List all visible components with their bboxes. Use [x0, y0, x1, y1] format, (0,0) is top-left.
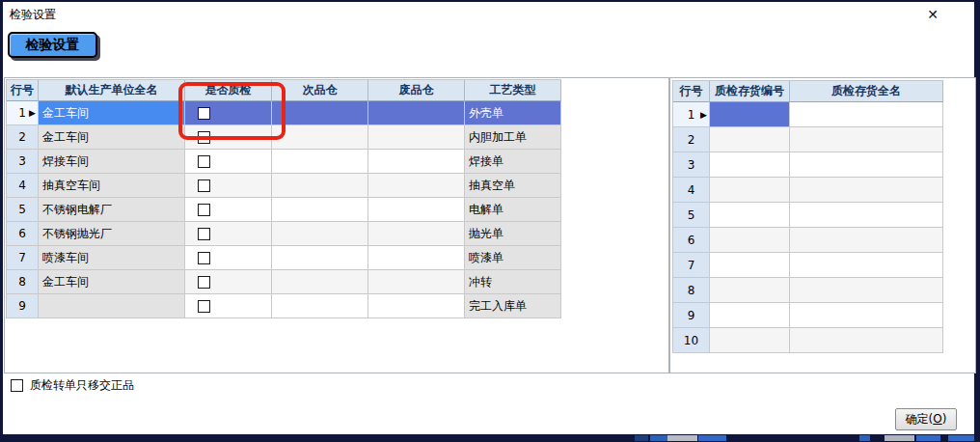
close-icon[interactable]: ✕ [921, 5, 944, 24]
row-number-cell[interactable]: 2 [673, 127, 710, 152]
scrap-warehouse-cell[interactable] [368, 174, 465, 198]
quality-check-checkbox[interactable] [198, 228, 210, 240]
defect-warehouse-cell[interactable] [272, 198, 368, 222]
production-unit-cell[interactable]: 不锈钢抛光厂 [39, 222, 185, 246]
production-unit-cell[interactable]: 抽真空车间 [39, 174, 185, 198]
row-number-cell[interactable]: 1▶ [673, 102, 710, 127]
quality-check-cell[interactable] [185, 198, 272, 222]
quality-check-cell[interactable] [185, 174, 272, 198]
defect-warehouse-cell[interactable] [272, 294, 368, 318]
qc-inventory-code-cell[interactable] [710, 102, 790, 127]
qc-inventory-code-cell[interactable] [710, 228, 790, 253]
row-number-cell[interactable]: 3 [7, 150, 39, 174]
row-number-cell[interactable]: 8 [673, 278, 710, 303]
inspection-settings-button[interactable]: 检验设置 [8, 32, 97, 58]
process-type-cell[interactable]: 内胆加工单 [465, 125, 561, 150]
production-unit-row: 9完工入库单 [7, 294, 561, 318]
scrap-warehouse-cell[interactable] [368, 246, 465, 270]
scrap-warehouse-cell[interactable] [368, 150, 465, 174]
process-type-cell[interactable]: 喷漆单 [465, 246, 561, 270]
row-number-cell[interactable]: 8 [7, 270, 39, 294]
qc-inventory-code-cell[interactable] [710, 203, 790, 228]
row-number-cell[interactable]: 4 [673, 178, 710, 203]
defect-warehouse-cell[interactable] [272, 101, 368, 125]
row-number-cell[interactable]: 10 [673, 328, 710, 353]
row-number-cell[interactable]: 6 [673, 228, 710, 253]
quality-check-cell[interactable] [185, 125, 272, 150]
scrap-warehouse-cell[interactable] [368, 294, 465, 318]
quality-check-cell[interactable] [185, 246, 272, 270]
scrap-warehouse-cell[interactable] [368, 270, 465, 294]
quality-check-checkbox[interactable] [198, 276, 210, 289]
qc-inventory-code-cell[interactable] [710, 253, 790, 278]
quality-check-cell[interactable] [185, 150, 272, 174]
defect-warehouse-cell[interactable] [272, 270, 368, 294]
row-number-cell[interactable]: 5 [673, 203, 710, 228]
ok-button[interactable]: 确定(O) [895, 408, 957, 430]
scrap-warehouse-cell[interactable] [368, 101, 465, 125]
production-unit-cell[interactable]: 不锈钢电解厂 [39, 198, 185, 222]
quality-check-checkbox[interactable] [198, 180, 210, 192]
process-type-cell[interactable]: 完工入库单 [465, 294, 561, 318]
quality-check-cell[interactable] [185, 101, 272, 125]
row-number-cell[interactable]: 6 [7, 222, 39, 246]
row-number-cell[interactable]: 9 [673, 303, 710, 328]
row-number-cell[interactable]: 1▶ [7, 101, 39, 125]
qc-inventory-name-cell[interactable] [790, 127, 943, 152]
quality-check-checkbox[interactable] [198, 300, 210, 313]
production-unit-cell[interactable]: 金工车间 [39, 125, 185, 150]
row-number-cell[interactable]: 2 [7, 125, 39, 150]
qc-inventory-name-cell[interactable] [790, 152, 943, 178]
qc-inventory-name-cell[interactable] [790, 178, 943, 203]
scrap-warehouse-cell[interactable] [368, 125, 465, 150]
qc-inventory-name-cell[interactable] [790, 228, 943, 253]
process-type-cell[interactable]: 外壳单 [465, 101, 561, 125]
qc-inventory-name-cell[interactable] [790, 102, 943, 127]
qc-inventory-name-cell[interactable] [790, 303, 943, 328]
production-unit-cell[interactable]: 焊接车间 [39, 150, 185, 174]
transfer-only-good-products-checkbox[interactable] [11, 379, 23, 392]
defect-warehouse-cell[interactable] [272, 246, 368, 270]
quality-check-cell[interactable] [185, 294, 272, 318]
left-column-header-0: 行号 [7, 80, 39, 101]
scrap-warehouse-cell[interactable] [368, 198, 465, 222]
quality-check-checkbox[interactable] [198, 204, 210, 216]
production-unit-cell[interactable] [39, 294, 185, 318]
left-column-header-1: 默认生产单位全名 [39, 80, 185, 101]
process-type-cell[interactable]: 焊接单 [465, 150, 561, 174]
qc-inventory-name-cell[interactable] [790, 278, 943, 303]
row-number-cell[interactable]: 9 [7, 294, 39, 318]
quality-check-checkbox[interactable] [198, 252, 210, 264]
row-number-cell[interactable]: 5 [7, 198, 39, 222]
row-number-cell[interactable]: 7 [7, 246, 39, 270]
defect-warehouse-cell[interactable] [272, 174, 368, 198]
defect-warehouse-cell[interactable] [272, 150, 368, 174]
production-unit-cell[interactable]: 金工车间 [39, 270, 185, 294]
process-type-cell[interactable]: 抽真空单 [465, 174, 561, 198]
quality-check-checkbox[interactable] [198, 107, 210, 120]
qc-inventory-code-cell[interactable] [710, 278, 790, 303]
quality-check-checkbox[interactable] [198, 155, 210, 168]
production-unit-cell[interactable]: 金工车间 [39, 101, 185, 125]
qc-inventory-name-cell[interactable] [790, 328, 943, 353]
qc-inventory-code-cell[interactable] [710, 303, 790, 328]
process-type-cell[interactable]: 冲转 [465, 270, 561, 294]
qc-inventory-name-cell[interactable] [790, 253, 943, 278]
row-number-cell[interactable]: 4 [7, 174, 39, 198]
defect-warehouse-cell[interactable] [272, 125, 368, 150]
quality-check-cell[interactable] [185, 270, 272, 294]
process-type-cell[interactable]: 抛光单 [465, 222, 561, 246]
qc-inventory-code-cell[interactable] [710, 152, 790, 178]
qc-inventory-code-cell[interactable] [710, 328, 790, 353]
row-number-cell[interactable]: 7 [673, 253, 710, 278]
quality-check-cell[interactable] [185, 222, 272, 246]
qc-inventory-code-cell[interactable] [710, 178, 790, 203]
production-unit-cell[interactable]: 喷漆车间 [39, 246, 185, 270]
row-number-cell[interactable]: 3 [673, 152, 710, 178]
quality-check-checkbox[interactable] [198, 131, 210, 144]
qc-inventory-name-cell[interactable] [790, 203, 943, 228]
scrap-warehouse-cell[interactable] [368, 222, 465, 246]
defect-warehouse-cell[interactable] [272, 222, 368, 246]
qc-inventory-code-cell[interactable] [710, 127, 790, 152]
process-type-cell[interactable]: 电解单 [465, 198, 561, 222]
